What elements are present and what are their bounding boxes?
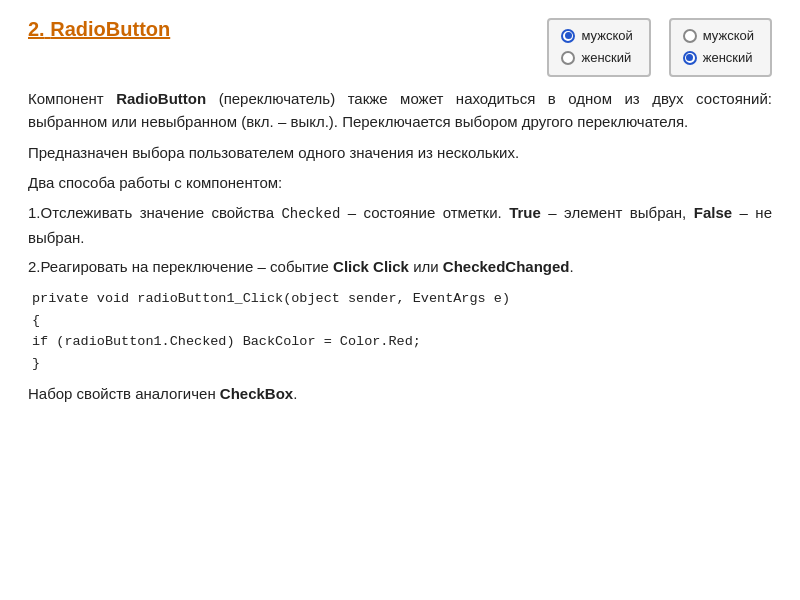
list2-mid: или — [409, 258, 443, 275]
bottom-end: . — [293, 385, 297, 402]
paragraph1-bold: RadioButton — [116, 90, 206, 107]
list1-false: False — [694, 204, 732, 221]
list-item-1: 1.Отслеживать значение свойства Checked … — [28, 201, 772, 249]
list1-true: True — [509, 204, 541, 221]
bottom-bold: CheckBox — [220, 385, 293, 402]
radio-box-2: мужской женский — [669, 18, 772, 77]
list1-mid: – состояние отметки. — [340, 204, 509, 221]
list2-click1: Click — [333, 258, 369, 275]
radio-circle-female-2 — [683, 51, 697, 65]
title-block: 2. RadioButton — [28, 18, 527, 41]
list-num-2: 2. — [28, 258, 41, 275]
radio-images: мужской женский мужской женский — [547, 18, 772, 77]
paragraph-2: Предназначен выбора пользователем одного… — [28, 141, 772, 164]
code-line-1: private void radioButton1_Click(object s… — [32, 288, 772, 310]
paragraph-1: Компонент RadioButton (переключатель) та… — [28, 87, 772, 134]
radio-option-female-2: женский — [683, 50, 754, 65]
radio-label-female-1: женский — [581, 50, 631, 65]
radio-label-male-1: мужской — [581, 28, 632, 43]
radio-option-male-2: мужской — [683, 28, 754, 43]
list-item-2: 2.Реагировать на переключение – событие … — [28, 255, 772, 278]
radio-circle-male-1 — [561, 29, 575, 43]
radio-box-1: мужской женский — [547, 18, 650, 77]
list2-pre: Реагировать на переключение – событие — [41, 258, 334, 275]
list2-event: CheckedChanged — [443, 258, 570, 275]
bottom-text: Набор свойств аналогичен CheckBox. — [28, 382, 772, 405]
paragraph-3: Два способа работы с компонентом: — [28, 171, 772, 194]
radio-option-female-1: женский — [561, 50, 632, 65]
page: 2. RadioButton мужской женский — [0, 0, 800, 600]
section-name: RadioButton — [50, 18, 170, 40]
code-line-4: } — [32, 353, 772, 375]
list2-click2: Click — [373, 258, 409, 275]
code-line-2: { — [32, 310, 772, 332]
list2-dot: . — [570, 258, 574, 275]
list1-mid2: – элемент выбран, — [541, 204, 694, 221]
list1-code: Checked — [281, 206, 340, 222]
radio-label-male-2: мужской — [703, 28, 754, 43]
section-number: 2. — [28, 18, 45, 40]
radio-circle-male-2 — [683, 29, 697, 43]
bottom-pre: Набор свойств аналогичен — [28, 385, 220, 402]
radio-label-female-2: женский — [703, 50, 753, 65]
paragraph1-pre: Компонент — [28, 90, 116, 107]
header-row: 2. RadioButton мужской женский — [28, 18, 772, 77]
code-line-3: if (radioButton1.Checked) BackColor = Co… — [32, 331, 772, 353]
section-title: 2. RadioButton — [28, 18, 170, 40]
list1-pre: Отслеживать значение свойства — [41, 204, 282, 221]
list-num-1: 1. — [28, 204, 41, 221]
radio-circle-female-1 — [561, 51, 575, 65]
code-block: private void radioButton1_Click(object s… — [28, 288, 772, 374]
radio-option-male-1: мужской — [561, 28, 632, 43]
